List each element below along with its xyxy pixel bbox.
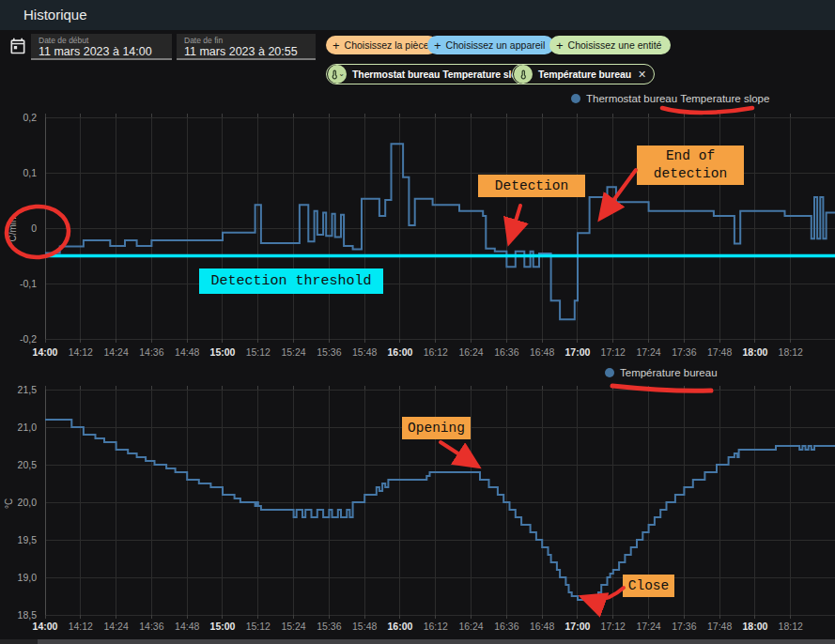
y-tick-label: 19,0: [18, 572, 37, 583]
y-tick-label: 20,0: [18, 497, 37, 508]
legend-temperature[interactable]: Température bureau: [605, 367, 718, 378]
slope-chart-x-axis: 14:0014:1214:2414:3614:4815:0015:1215:24…: [45, 346, 835, 360]
detection-threshold-annotation: Detection threshold: [199, 268, 383, 294]
plus-icon: +: [332, 39, 340, 52]
end-of-detection-line1: End of: [666, 147, 715, 165]
entity-chip-temperature[interactable]: Température bureau ✕: [512, 64, 655, 84]
choose-area-label: Choisissez la pièce: [345, 39, 429, 51]
x-tick-label: 18:12: [770, 621, 812, 633]
y-tick-label: 0,1: [23, 167, 37, 178]
temp-chart-y-unit: °C: [4, 498, 14, 509]
y-tick-label: 21,5: [18, 384, 37, 395]
plus-icon: +: [556, 39, 564, 52]
y-tick-label: 0: [31, 222, 37, 234]
end-of-detection-annotation: End of detection: [637, 146, 744, 185]
choose-device-button[interactable]: + Choisissez un appareil: [427, 36, 554, 54]
legend-label: Thermostat bureau Temperature slope: [586, 93, 769, 104]
y-tick-label: 21,0: [18, 422, 37, 433]
plus-icon: +: [434, 39, 441, 52]
end-date-field[interactable]: Date de fin 11 mars 2023 à 20:55: [177, 34, 316, 60]
start-date-field[interactable]: Date de début 11 mars 2023 à 14:00: [31, 34, 172, 60]
legend-temperature-slope[interactable]: Thermostat bureau Temperature slope: [571, 93, 769, 104]
choose-entity-button[interactable]: + Choisissez une entité: [549, 36, 671, 54]
choose-device-label: Choisissez un appareil: [446, 39, 546, 51]
start-date-label: Date de début: [39, 37, 162, 45]
y-tick-label: -0,2: [20, 333, 37, 345]
y-tick-label: 0,2: [23, 112, 37, 123]
y-tick-label: 18,5: [18, 609, 37, 621]
y-tick-label: -0,1: [20, 278, 37, 289]
legend-label: Température bureau: [620, 367, 718, 378]
detection-annotation: Detection: [478, 175, 585, 197]
history-page: Historique Date de début 11 mars 2023 à …: [0, 0, 835, 644]
chevron-down-icon: ⌄: [338, 70, 345, 78]
choose-entity-label: Choisissez une entité: [568, 39, 662, 51]
app-header: Historique: [0, 0, 835, 30]
legend-dot-icon: [571, 94, 580, 103]
legend-dot-icon: [605, 368, 614, 377]
opening-annotation: Opening: [402, 417, 471, 439]
thermometer-icon: [514, 65, 533, 84]
end-of-detection-line2: detection: [654, 165, 727, 183]
thermometer-chevron-icon: ⌄: [328, 65, 347, 84]
close-annotation: Close: [623, 575, 674, 597]
end-date-value: 11 mars 2023 à 20:55: [184, 45, 306, 59]
entity-chip-label: Thermostat bureau Temperature slope: [352, 69, 529, 80]
end-date-label: Date de fin: [184, 37, 306, 45]
red-underline-legend-1: [662, 108, 752, 113]
close-icon[interactable]: ✕: [638, 69, 646, 81]
page-title: Historique: [23, 0, 87, 30]
temp-chart-x-axis: 14:0014:1214:2414:3614:4815:0015:1215:24…: [45, 621, 835, 634]
calendar-icon[interactable]: [8, 37, 27, 55]
start-date-value: 11 mars 2023 à 14:00: [39, 45, 162, 59]
next-card-edge: [0, 639, 835, 644]
y-tick-label: 19,5: [18, 534, 37, 545]
choose-area-button[interactable]: + Choisissez la pièce: [326, 36, 438, 54]
y-tick-label: 20,5: [18, 459, 37, 470]
entity-chip-label: Température bureau: [538, 69, 631, 80]
x-tick-label: 18:12: [770, 346, 812, 359]
slope-chart-y-unit: °C/min: [8, 217, 18, 245]
